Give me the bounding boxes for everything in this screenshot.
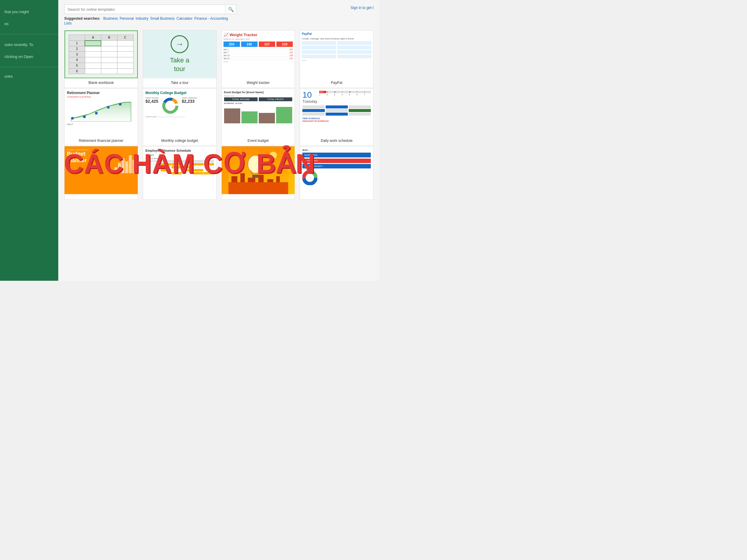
daily-row-1 (302, 105, 371, 108)
row-header-3: 3 (69, 52, 85, 57)
wt-row-label4: Jan 21 (224, 57, 230, 59)
cal-cell-5: W (349, 91, 356, 93)
cal-cell-12: 5 (349, 94, 356, 96)
suggested-link-personal[interactable]: Personal (120, 17, 134, 21)
cell-b5 (101, 63, 117, 69)
absence-thumb: Employee Absence Schedule January Dates … (143, 146, 216, 194)
paypal-thumb: PayPal Create, manage, and send invoices… (300, 30, 373, 78)
row-header-1: 1 (69, 41, 85, 46)
abs-date-2 (172, 160, 182, 162)
cell-b6 (101, 69, 117, 74)
template-budget-planner[interactable]: FAMILY MONTHLY Budget Planner (64, 146, 138, 200)
tour-label: Take a tour (143, 78, 216, 88)
paypal-cell-1 (302, 41, 336, 45)
template-blank-workbook[interactable]: A B C 1 2 (64, 30, 138, 88)
main-content: 🔍 Suggested searches: Business Personal … (58, 0, 380, 281)
daily-highlight: HIGHLIGHT IN SCHEDULE (302, 120, 371, 122)
col-header-b: B (101, 35, 117, 40)
search-icon: 🔍 (228, 6, 234, 12)
svg-rect-0 (71, 117, 74, 119)
col-label-income: match income: (146, 97, 159, 99)
absence-data-row-3 (146, 169, 214, 171)
header: 🔍 Suggested searches: Business Personal … (64, 4, 374, 25)
sign-in-text[interactable]: Sign in to get t (351, 4, 374, 10)
abs-cell-19 (193, 172, 203, 175)
template-absence-schedule[interactable]: Employee Absence Schedule January Dates … (143, 146, 216, 200)
template-travel[interactable] (222, 146, 295, 200)
suggested-link-calculator[interactable]: Calculator (177, 17, 193, 21)
abs-cell-10 (204, 166, 214, 168)
template-take-a-tour[interactable]: → Take a tour Take a tour (143, 30, 216, 88)
abs-cell-3 (182, 163, 192, 165)
wt-chart-icon: 📈 (224, 32, 229, 37)
event-stat-profit: TOTAL PROFIT (259, 97, 292, 101)
abs-name-4 (146, 172, 160, 175)
daily-cal-grid: APRIL S M T W T F 1 2 3 4 (319, 91, 371, 96)
abs-cell-20 (204, 172, 214, 175)
donut-chart (161, 97, 179, 115)
daily-cell-4 (302, 109, 325, 112)
suggested-link-industry[interactable]: Industry (136, 17, 149, 21)
template-notification[interactable]: BUS... Notification ▶ PRIMARY ... ▶ SECO… (300, 146, 374, 200)
search-input[interactable] (64, 4, 226, 14)
paypal-title: PayPal (302, 32, 371, 35)
notif-card-inner: BUS... Notification ▶ PRIMARY ... ▶ SECO… (300, 146, 373, 194)
cell-b1 (101, 41, 117, 46)
event-bar-2 (241, 111, 258, 123)
row-header-6: 6 (69, 69, 85, 74)
event-label-1: ESTIMATED (224, 102, 234, 104)
suggested-link-finance[interactable]: Finance - Accounting (195, 17, 228, 21)
notif-btn-2[interactable]: ▶ SECONDARY... (302, 164, 371, 168)
abs-cell-16 (161, 172, 171, 175)
abs-cell-9 (193, 166, 203, 168)
search-bar-row: 🔍 (64, 4, 351, 14)
absence-date-headers (161, 160, 214, 162)
search-button[interactable]: 🔍 (226, 4, 236, 14)
template-paypal[interactable]: PayPal Create, manage, and send invoices… (300, 30, 374, 88)
suggested-link-lists[interactable]: Lists (64, 21, 72, 25)
abs-date-1 (161, 160, 171, 162)
wt-row-4: Jan 21 192 (224, 57, 293, 60)
abs-cell-1 (161, 163, 171, 165)
daily-cell-1 (302, 105, 325, 108)
svg-rect-12 (240, 173, 245, 182)
notification-thumb: BUS... Notification ▶ PRIMARY ... ▶ SECO… (300, 146, 373, 194)
template-college-budget[interactable]: Monthly College Budget match income: $2,… (143, 88, 216, 146)
svg-rect-1 (83, 115, 85, 118)
col-donut-row: match income: $2,425 match expenses: (146, 97, 214, 115)
paypal-cell-7 (302, 55, 336, 58)
retirement-card-inner: Retirement Planner CONGRATULATIONS! (65, 88, 138, 136)
sidebar-open-text: ooks recently. To (0, 39, 58, 51)
svg-point-8 (166, 102, 175, 110)
cal-cell-6: T (356, 91, 363, 93)
weight-tracker-thumb: 📈 Weight Tracker MONTH OF JANUARY 2012 2… (222, 30, 295, 78)
suggested-link-small-business[interactable]: Small Business (150, 17, 175, 21)
row-header-5: 5 (69, 63, 85, 69)
wt-row-3: Jan 14 198 (224, 54, 293, 57)
wt-row-label: Jan 1 (224, 48, 229, 51)
paypal-cell-3 (302, 46, 336, 49)
event-stat-income: TOTAL INCOME (224, 97, 258, 101)
notif-btn-1[interactable]: ▶ PRIMARY ... (302, 159, 371, 163)
abs-cell-14 (193, 169, 203, 171)
sidebar-books-link[interactable]: ooks (0, 72, 58, 81)
notification-label (300, 194, 373, 199)
template-weight-tracker[interactable]: 📈 Weight Tracker MONTH OF JANUARY 2012 2… (222, 30, 295, 88)
suggested-row-2: Lists (64, 21, 351, 25)
col-amount-income: $2,425 (146, 99, 159, 104)
notif-pie (302, 170, 317, 185)
row-header-2: 2 (69, 46, 85, 52)
paypal-label: PayPal (300, 78, 373, 88)
abs-name-2 (146, 166, 160, 168)
absence-schedule-label (143, 194, 216, 199)
cell-a4 (85, 57, 101, 63)
svg-rect-13 (248, 178, 255, 182)
daily-row-2 (302, 109, 371, 112)
ret-input: INPUT (67, 123, 135, 126)
template-daily-schedule[interactable]: 10 Tuesday APRIL S M T W T F (300, 88, 374, 146)
cell-a6 (85, 69, 101, 74)
template-event-budget[interactable]: Event Budget for [Event Name] Budget nam… (222, 88, 295, 146)
cell-c3 (117, 52, 133, 57)
template-retirement-planner[interactable]: Retirement Planner CONGRATULATIONS! (64, 88, 138, 146)
suggested-link-business[interactable]: Business (103, 17, 118, 21)
